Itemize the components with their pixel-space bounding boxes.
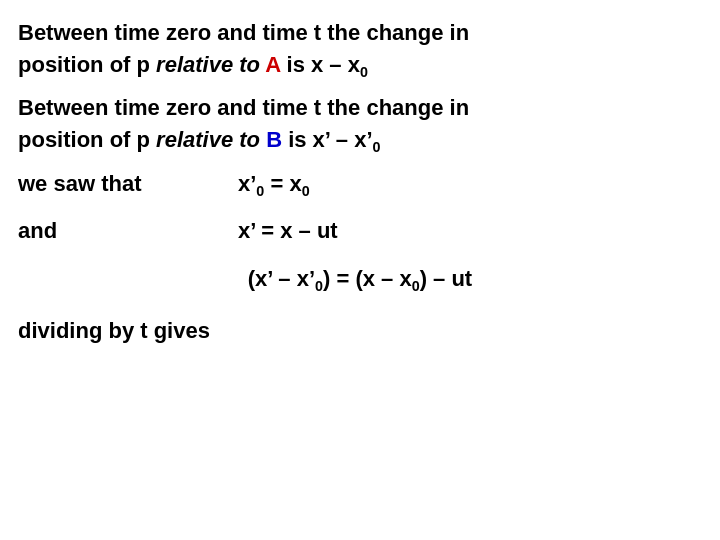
- row1-eq-pre: x’: [238, 171, 256, 196]
- center-eq-pre: (x’ – x’: [248, 266, 315, 291]
- row1-eq-sub2: 0: [302, 183, 310, 199]
- para1-line1: Between time zero and time t the change …: [18, 18, 702, 48]
- dividing-text: dividing by t gives: [18, 316, 702, 346]
- para1-l2-italic: relative to: [156, 52, 260, 77]
- para1-l2-a: A: [265, 52, 280, 77]
- center-equation: (x’ – x’0) = (x – x0) – ut: [18, 264, 702, 294]
- paragraph-1: Between time zero and time t the change …: [18, 18, 702, 79]
- row-and: and x’ = x – ut: [18, 216, 702, 246]
- para2-line2: position of p relative to B is x’ – x’0: [18, 125, 702, 155]
- row-we-saw-that: we saw that x’0 = x0: [18, 169, 702, 199]
- page-content: Between time zero and time t the change …: [0, 0, 720, 364]
- para2-l2-italic: relative to: [156, 127, 260, 152]
- row2-equation: x’ = x – ut: [238, 216, 702, 246]
- center-eq-sub1: 0: [315, 279, 323, 295]
- center-eq-mid: ) = (x – x: [323, 266, 412, 291]
- para2-l2-b: B: [266, 127, 282, 152]
- row1-label: we saw that: [18, 169, 238, 199]
- row1-equation: x’0 = x0: [238, 169, 702, 199]
- para1-l2-post: is x – x: [280, 52, 360, 77]
- para2-l2-post: is x’ – x’: [282, 127, 373, 152]
- center-eq-end: ) – ut: [420, 266, 473, 291]
- para2-line1: Between time zero and time t the change …: [18, 93, 702, 123]
- row1-eq-post: = x: [264, 171, 301, 196]
- para2-l2-sub: 0: [373, 139, 381, 155]
- center-eq-sub2: 0: [412, 279, 420, 295]
- para2-l2-pre: position of p: [18, 127, 156, 152]
- para1-line2: position of p relative to A is x – x0: [18, 50, 702, 80]
- para1-l2-pre: position of p: [18, 52, 156, 77]
- para1-l2-sub: 0: [360, 64, 368, 80]
- row2-label: and: [18, 216, 238, 246]
- paragraph-2: Between time zero and time t the change …: [18, 93, 702, 154]
